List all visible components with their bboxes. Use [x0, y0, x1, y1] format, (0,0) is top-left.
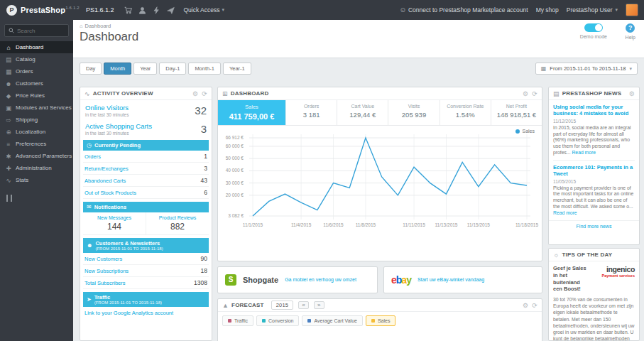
find-more-news-link[interactable]: Find more news — [577, 224, 612, 229]
customers-icon: ☻ — [87, 242, 92, 249]
filter-month-1[interactable]: Month-1 — [188, 63, 221, 75]
prestashop-logo[interactable]: P PrestaShop1.6.1.2 — [0, 0, 86, 20]
filter-year[interactable]: Year — [133, 63, 157, 75]
ebay-link[interactable]: Start uw eBay-winkel vandaag — [417, 276, 484, 283]
kpi-visits[interactable]: Visits205 939 — [388, 100, 440, 125]
notifications-header: ✉ Notifications — [83, 202, 209, 212]
chart-legend: Sales — [515, 129, 535, 134]
y-axis-label: 66 912 € — [226, 135, 244, 140]
search-input[interactable] — [17, 28, 65, 34]
pending-link-abandoned-carts[interactable]: Abandoned Carts — [84, 178, 126, 184]
previous-year-button[interactable]: « — [298, 301, 309, 309]
filter-month[interactable]: Month — [104, 63, 131, 75]
sidebar-item-modules-and-services[interactable]: ▣Modules and Services — [0, 102, 73, 114]
kpi-conversion-rate[interactable]: Conversion Rate1.54% — [440, 100, 491, 125]
globe-icon: ⊕ — [5, 129, 12, 136]
gear-icon[interactable]: ⚙ — [192, 90, 198, 97]
gear-icon[interactable]: ⚙ — [523, 302, 528, 309]
news-article-body: Picking a payment provider is one of the… — [553, 185, 635, 217]
traffic-icon: ➤ — [87, 296, 92, 303]
refresh-icon[interactable]: ⟳ — [532, 302, 537, 309]
quick-access-menu[interactable]: Quick Access ▾ — [183, 6, 224, 13]
filter-day-1[interactable]: Day-1 — [159, 63, 186, 75]
pending-link-return-exchanges[interactable]: Return/Exchanges — [84, 166, 129, 172]
online-visitors-link[interactable]: Online Visitors — [85, 104, 195, 112]
news-article-title[interactable]: Ecommerce 101: Payments in a Tweet — [553, 164, 635, 178]
customers-link-new-customers[interactable]: New Customers — [84, 256, 122, 262]
cart-icon[interactable] — [121, 4, 135, 16]
forecast-tab-average-cart-value[interactable]: Average Cart Value — [302, 315, 362, 326]
notification-new-messages[interactable]: New Messages144 — [83, 212, 146, 234]
sales-chart: Sales 66 912 €60 000 €50 000 €40 000 €30… — [218, 131, 542, 238]
kpi-sales[interactable]: Sales411 759,00 € — [218, 100, 286, 125]
customers-link-total-subscribers[interactable]: Total Subscribers — [84, 280, 126, 286]
date-filter-row: DayMonthYearDay-1Month-1Year-1 ▦ From 20… — [80, 63, 638, 77]
forecast-tab-traffic[interactable]: Traffic — [222, 315, 253, 326]
read-more-link[interactable]: Read more — [572, 150, 596, 155]
read-more-link[interactable]: Read more — [553, 210, 577, 215]
sidebar-item-catalog[interactable]: ▤Catalog — [0, 53, 73, 65]
stats-icon: ∿ — [5, 177, 12, 184]
active-carts-link[interactable]: Active Shopping Carts — [85, 122, 201, 130]
kpi-cart-value[interactable]: Cart Value129,44 € — [337, 100, 388, 125]
my-shop-link[interactable]: My shop — [536, 6, 559, 13]
next-year-button[interactable]: » — [314, 301, 324, 309]
customer-icon[interactable] — [135, 4, 149, 16]
google-analytics-link[interactable]: Link to your Google Analytics account — [84, 310, 173, 316]
sidebar-item-shipping[interactable]: ⇨Shipping — [0, 114, 73, 126]
kpi-orders[interactable]: Orders3 181 — [286, 100, 337, 125]
sidebar-item-orders[interactable]: ▦Orders — [0, 65, 73, 77]
filter-year-1[interactable]: Year-1 — [223, 63, 251, 75]
marketplace-icon: ⊙ — [400, 6, 405, 13]
marketplace-link[interactable]: ⊙ Connect to PrestaShop Marketplace acco… — [400, 6, 528, 13]
sidebar-item-preferences[interactable]: ≡Preferences — [0, 138, 73, 150]
forecast-tab-sales[interactable]: Sales — [366, 315, 396, 326]
demo-mode-toggle[interactable] — [584, 23, 603, 32]
sidebar-item-price-rules[interactable]: ◆Price Rules — [0, 90, 73, 102]
sales-chart-svg — [249, 134, 530, 220]
legend-dot-icon — [262, 319, 266, 323]
sidebar-item-advanced-parameters[interactable]: ✱Advanced Parameters — [0, 150, 73, 162]
shopgate-icon: S — [225, 274, 236, 286]
sidebar-item-dashboard[interactable]: ⌂Dashboard — [0, 41, 73, 53]
kpi-net-profit[interactable]: Net Profit148 918,51 € — [491, 100, 542, 125]
bolt-icon[interactable] — [149, 4, 163, 16]
ingenico-logo: ingenico Payment services — [591, 265, 635, 293]
notification-product-reviews[interactable]: Product Reviews882 — [146, 212, 209, 234]
gear-icon[interactable]: ⚙ — [523, 90, 528, 97]
date-range-picker[interactable]: ▦ From 2015-11-01 To 2015-11-18 ▾ — [535, 63, 638, 75]
pending-link-out-of-stock-products[interactable]: Out of Stock Products — [84, 190, 136, 196]
customers-row: New Customers90 — [83, 253, 209, 265]
sidebar-item-administration[interactable]: ✚Administration — [0, 162, 73, 174]
plane-icon[interactable] — [163, 4, 178, 16]
sidebar-item-localization[interactable]: ⊕Localization — [0, 126, 73, 138]
pending-row: Abandoned Carts43 — [83, 175, 209, 187]
forecast-tab-conversion[interactable]: Conversion — [256, 315, 299, 326]
gear-icon[interactable]: ⚙ — [629, 90, 635, 97]
shopgate-link[interactable]: Ga mobiel en verhoog uw omzet — [285, 276, 356, 283]
sidebar-item-stats[interactable]: ∿Stats — [0, 174, 73, 186]
traffic-date-range: (FROM 2015-11-01 TO 2015-11-18) — [94, 301, 162, 305]
sidebar-item-customers[interactable]: ☻Customers — [0, 77, 73, 90]
online-visitors-row: Online Visitors in the last 30 minutes 3… — [85, 102, 207, 119]
shipping-icon: ⇨ — [5, 117, 12, 124]
ebay-promo[interactable]: ebay Start uw eBay-winkel vandaag — [383, 266, 542, 293]
sidebar-collapse-toggle[interactable] — [6, 195, 12, 202]
news-article-title[interactable]: Using social media for your business: 4 … — [553, 104, 635, 117]
user-menu[interactable]: PrestaShop User ▾ — [567, 6, 618, 13]
y-axis-label: 30 000 € — [226, 180, 244, 185]
y-axis-label: 40 000 € — [226, 168, 244, 173]
shop-name-link[interactable]: PS1.6.1.2 — [86, 6, 114, 13]
help-icon[interactable]: ? — [626, 23, 635, 33]
customers-link-new-subscriptions[interactable]: New Subscriptions — [84, 268, 129, 274]
filter-day[interactable]: Day — [80, 63, 102, 75]
refresh-icon[interactable]: ⟳ — [532, 90, 537, 97]
news-article: Ecommerce 101: Payments in a Tweet11/05/… — [553, 160, 635, 217]
pending-link-orders[interactable]: Orders — [84, 153, 101, 160]
news-article-body: In 2015, social media are an integral pa… — [553, 125, 635, 156]
forecast-year-select[interactable]: 2015 — [271, 301, 294, 310]
shopgate-promo[interactable]: S Shopgate Ga mobiel en verhoog uw omzet — [217, 266, 378, 293]
envelope-icon: ✉ — [87, 204, 92, 210]
refresh-icon[interactable]: ⟳ — [202, 90, 207, 97]
user-avatar[interactable] — [626, 4, 638, 16]
